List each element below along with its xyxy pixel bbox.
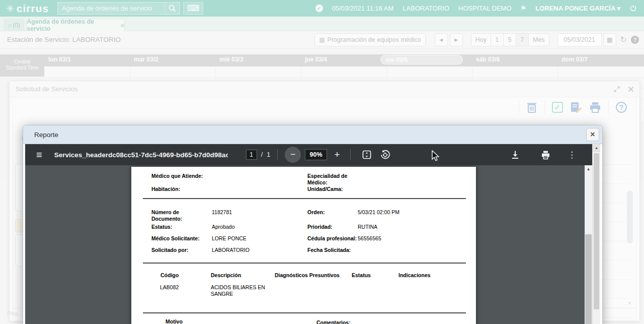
doc-table-header: Diagnósticos Presuntivos	[275, 272, 340, 278]
screen: ✳ cirrus ⌨ ✓ 05/03/2021 11:16 AM LABORAT…	[0, 0, 644, 324]
doc-divider	[143, 312, 466, 313]
doc-value: RUTINA	[358, 224, 377, 230]
zoom-in-button[interactable]: +	[331, 149, 343, 160]
print-icon[interactable]	[541, 150, 550, 160]
pdf-viewer: ≡ Services_headerdc08cc51-7dc5-4969-bd65…	[25, 144, 592, 324]
doc-value: LORE PONCE	[212, 235, 247, 241]
pdf-toolbar: ≡ Services_headerdc08cc51-7dc5-4969-bd65…	[25, 144, 592, 165]
rotate-icon[interactable]	[380, 150, 390, 160]
doc-divider	[143, 198, 466, 199]
scroll-up-icon[interactable]: ▲	[593, 144, 600, 152]
doc-table-header: Estatus	[352, 272, 371, 278]
doc-divider	[143, 263, 466, 264]
doc-label: Unidad/Cama:	[307, 186, 362, 192]
toolbar-divider	[277, 149, 278, 160]
pdf-scrollbar-thumb[interactable]	[585, 234, 592, 324]
doc-label: Fecha Solicitada:	[307, 247, 362, 253]
doc-value: Aprobado	[212, 224, 235, 230]
zoom-out-button[interactable]: −	[285, 147, 301, 163]
doc-table-header: Descripción	[211, 272, 241, 278]
toolbar-divider	[350, 149, 351, 160]
doc-label: Médico Solicitante:	[151, 235, 208, 242]
reporte-modal-body: ≡ Services_headerdc08cc51-7dc5-4969-bd65…	[25, 144, 600, 324]
pdf-toolbar-right: ⋮	[507, 150, 576, 160]
reporte-modal-header[interactable]: Reporte ×	[23, 125, 602, 144]
reporte-close-button[interactable]: ×	[586, 128, 599, 141]
more-options-icon[interactable]: ⋮	[568, 150, 576, 160]
doc-label: Orden:	[307, 209, 362, 216]
zoom-level[interactable]: 90%	[305, 149, 327, 160]
doc-label: Estatus:	[151, 224, 208, 230]
pdf-scrollbar[interactable]: ▲	[585, 165, 592, 324]
doc-label: Habitación:	[151, 186, 208, 192]
doc-label: Número de Documento:	[151, 209, 208, 222]
download-icon[interactable]	[511, 150, 520, 159]
doc-label: Especialidad de Médico:	[307, 173, 362, 186]
doc-table-header: Código	[160, 272, 179, 278]
doc-label: Solicitado por:	[151, 247, 208, 253]
pdf-page: Médico que Atiende: Especialidad de Médi…	[131, 167, 476, 324]
reporte-modal-title: Reporte	[34, 131, 58, 139]
doc-label: Prioridad:	[307, 224, 362, 230]
doc-table-cell: LAB082	[160, 284, 179, 290]
doc-value: 56556565	[358, 235, 381, 241]
doc-label: Comentarios:	[316, 319, 351, 324]
scroll-up-icon[interactable]: ▲	[585, 165, 592, 172]
modal-scrollbar[interactable]: ▲	[592, 144, 600, 324]
pdf-page-count: /1	[261, 151, 270, 158]
fit-page-icon[interactable]	[362, 150, 372, 160]
doc-label: Motivo	[166, 318, 183, 324]
pdf-menu-icon[interactable]: ≡	[36, 150, 42, 160]
pdf-canvas-area[interactable]: Médico que Atiende: Especialidad de Médi…	[25, 165, 592, 324]
pdf-page-input[interactable]: 1	[246, 150, 257, 160]
modal-scrollbar-thumb[interactable]	[594, 153, 599, 309]
doc-value: 1182781	[212, 209, 232, 215]
doc-value: LABORATORIO	[212, 247, 250, 253]
doc-value: 5/03/21 02:00 PM	[358, 209, 399, 215]
doc-table-header: Indicaciones	[398, 272, 431, 278]
pdf-filename: Services_headerdc08cc51-7dc5-4969-bd65-b…	[54, 151, 228, 159]
reporte-modal: Reporte × ≡ Services_headerdc08cc51-7dc5…	[23, 125, 603, 324]
doc-label: Cédula profesional:	[307, 235, 362, 242]
doc-table-cell: ACIDOS BILIARES EN SANGRE	[211, 284, 274, 297]
doc-label: Médico que Atiende:	[151, 173, 208, 179]
